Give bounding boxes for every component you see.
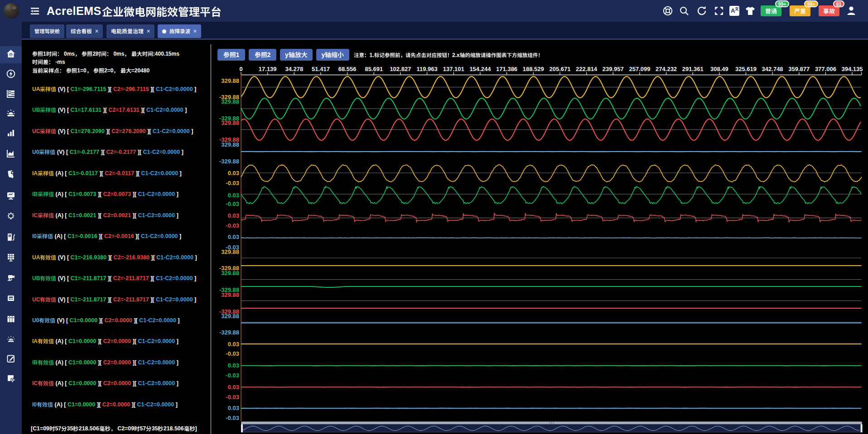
svg-text:B: B xyxy=(10,53,12,57)
